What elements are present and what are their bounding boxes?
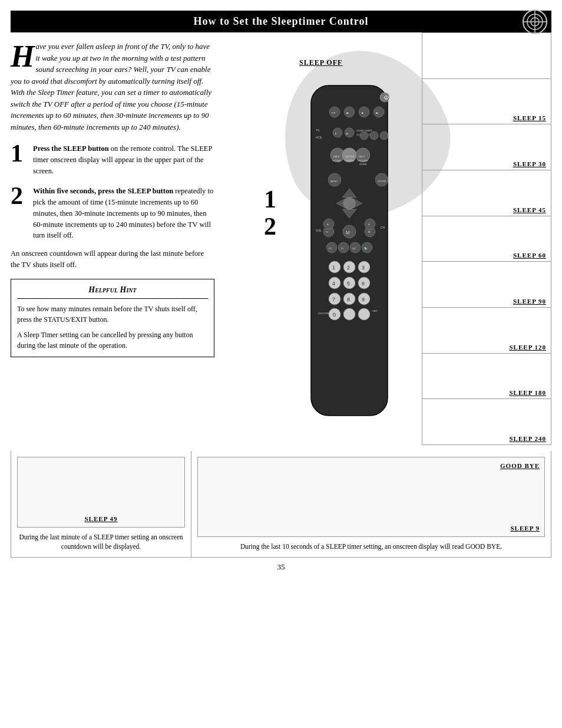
helpful-hint-p2: A Sleep Timer setting can be cancelled b… [17, 330, 208, 351]
sleep-label-180: SLEEP 180 [510, 389, 547, 396]
svg-point-24 [360, 131, 368, 140]
svg-text:M: M [346, 230, 350, 235]
sleep-off-label: SLEEP OFF [299, 58, 342, 67]
svg-text:6: 6 [362, 281, 365, 286]
svg-text:⏮: ⏮ [346, 111, 349, 114]
svg-text:TV: TV [316, 129, 320, 132]
sleep-panel-120: SLEEP 120 [422, 308, 551, 354]
left-column: H ave you ever fallen asleep in front of… [11, 32, 223, 451]
step-overlay-2: 2 [264, 213, 276, 240]
sleep-label-240: SLEEP 240 [510, 435, 547, 442]
svg-text:MENU: MENU [330, 180, 338, 183]
step-2-text: Within five seconds, press the SLEEP but… [33, 183, 214, 241]
sleep-panel-240: SLEEP 240 [422, 399, 551, 444]
right-column: SLEEP OFF 1 2 ⏻ PIP ⏮ ⏺ [223, 32, 551, 451]
sleep-49-label: SLEEP 49 [85, 515, 118, 522]
sleep-panel-45: SLEEP 45 [422, 170, 551, 216]
intro-body: ave you ever fallen asleep in front of t… [11, 42, 211, 131]
sleep-panel-30: SLEEP 30 [422, 124, 551, 170]
page-title: How to Set the Sleeptimer Control [11, 15, 551, 28]
step-1: 1 Press the SLEEP button on the remote c… [11, 141, 214, 176]
svg-text:GUIDE: GUIDE [359, 163, 367, 166]
svg-point-45 [343, 197, 355, 209]
svg-text:VOL: VOL [316, 229, 322, 232]
svg-text:RATE: RATE [333, 155, 340, 158]
svg-text:PIP: PIP [332, 111, 336, 114]
svg-text:CENTER: CENTER [345, 159, 355, 162]
svg-text:SOUND: SOUND [332, 159, 341, 162]
svg-text:CH: CH [381, 226, 385, 229]
svg-point-26 [380, 131, 388, 140]
svg-text:7: 7 [332, 297, 335, 302]
svg-text:📡: 📡 [364, 247, 367, 250]
svg-text:+: + [368, 229, 371, 235]
svg-point-25 [370, 131, 378, 140]
sleep-label-30: SLEEP 30 [513, 160, 546, 167]
step-1-text: Press the SLEEP button on the remote con… [33, 141, 214, 176]
bottom-left-caption: During the last minute of a SLEEP timer … [17, 532, 185, 551]
svg-text:TV: TV [340, 247, 343, 250]
sleep-panel-off [422, 33, 551, 79]
svg-text:4: 4 [332, 281, 335, 286]
sleep-panel-60: SLEEP 60 [422, 216, 551, 262]
svg-text:−: − [326, 229, 329, 235]
sleep-panels: SLEEP 15 SLEEP 30 SLEEP 45 SLEEP 60 SLEE… [422, 32, 551, 445]
svg-text:2: 2 [347, 265, 350, 271]
step-2-number: 2 [11, 183, 27, 208]
svg-text:SOUND: SOUND [378, 180, 386, 183]
svg-text:+: + [368, 222, 371, 227]
svg-text:FATO: FATO [359, 155, 365, 158]
drop-cap: H [11, 44, 34, 69]
bottom-left-screen: SLEEP 49 [17, 457, 185, 528]
sleep-label-45: SLEEP 45 [513, 206, 546, 213]
svg-point-89 [358, 308, 370, 320]
sleep-panel-180: SLEEP 180 [422, 354, 551, 400]
page-number: 35 [0, 558, 562, 577]
steps-overlay: 1 2 [264, 186, 276, 240]
bottom-right-caption: During the last 10 seconds of a SLEEP ti… [240, 542, 502, 551]
sleep-panel-90: SLEEP 90 [422, 262, 551, 308]
svg-text:⏺: ⏺ [361, 111, 363, 114]
sleep-9-label: SLEEP 9 [511, 525, 540, 532]
sleep-panel-15: SLEEP 15 [422, 79, 551, 125]
svg-text:HD: HD [352, 247, 356, 250]
svg-text:8: 8 [347, 297, 350, 302]
svg-point-10 [359, 107, 369, 117]
svg-point-87 [343, 308, 355, 320]
svg-text:ACE: ACE [316, 136, 322, 139]
helpful-hint-p1: To see how many minutes remain before th… [17, 304, 208, 325]
svg-point-9 [344, 107, 355, 117]
sleep-label-60: SLEEP 60 [513, 252, 546, 259]
svg-point-11 [373, 107, 384, 117]
sleep-label-120: SLEEP 120 [510, 344, 547, 351]
goodbye-label: GOOD BYE [500, 462, 540, 469]
svg-text:ACTIVE: ACTIVE [346, 155, 355, 158]
remote-control: ⏻ PIP ⏮ ⏺ ⏭ TV ACE ⏸ ▶ SLEEP TIMER SOURC… [293, 80, 405, 421]
svg-text:⏻: ⏻ [384, 95, 389, 100]
svg-text:⏭: ⏭ [376, 111, 378, 114]
svg-point-61 [362, 242, 372, 253]
step-2: 2 Within five seconds, press the SLEEP b… [11, 183, 214, 241]
svg-text:5: 5 [347, 281, 350, 286]
bottom-right-panel: GOOD BYE SLEEP 9 During the last 10 seco… [191, 451, 551, 557]
intro-text: H ave you ever fallen asleep in front of… [11, 41, 214, 133]
sleep-label-90: SLEEP 90 [513, 298, 546, 305]
header-icon [522, 9, 548, 35]
svg-text:9: 9 [362, 297, 365, 302]
svg-text:0: 0 [333, 312, 336, 318]
helpful-hint-box: Helpful Hint To see how many minutes rem… [11, 279, 214, 357]
step-overlay-1: 1 [264, 186, 276, 213]
sleep-label-15: SLEEP 15 [513, 114, 546, 121]
svg-text:PICTURE: PICTURE [358, 159, 368, 162]
svg-text:PC: PC [329, 247, 332, 250]
bottom-right-screen: GOOD BYE SLEEP 9 [197, 457, 545, 537]
countdown-note: An onscreen countdown will appear during… [11, 248, 214, 271]
main-content: H ave you ever fallen asleep in front of… [11, 32, 551, 451]
svg-text:3: 3 [362, 265, 365, 271]
svg-text:⏸: ⏸ [335, 132, 337, 135]
page-header: How to Set the Sleeptimer Control [11, 11, 551, 32]
bottom-left-panel: SLEEP 49 During the last minute of a SLE… [11, 451, 191, 557]
svg-text:+: + [326, 222, 329, 227]
step-1-number: 1 [11, 141, 27, 166]
helpful-hint-title: Helpful Hint [17, 285, 208, 299]
